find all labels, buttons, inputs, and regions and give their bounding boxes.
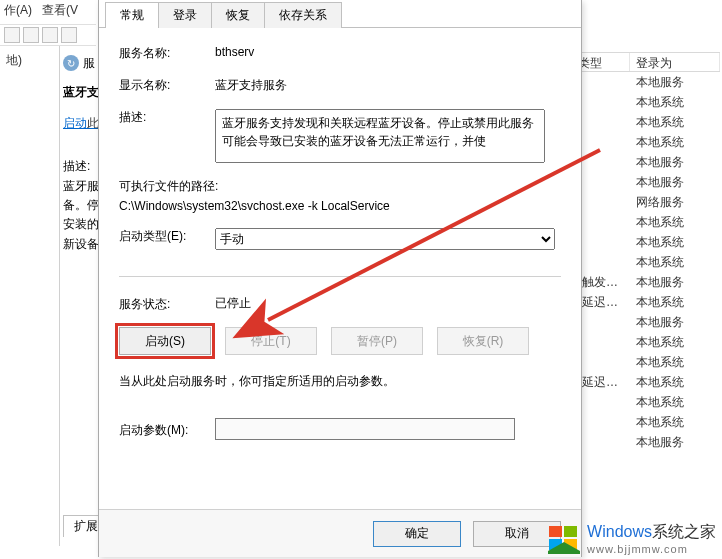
toolbar-icon[interactable] [23, 27, 39, 43]
list-header: 动类型 登录为 [560, 52, 720, 72]
cell-logonas: 本地服务 [630, 274, 720, 291]
dialog-button-bar: 确定 取消 [99, 509, 581, 557]
tree-node[interactable]: 地) [0, 50, 59, 71]
table-row[interactable]: 动本地系统 [560, 352, 720, 372]
cell-logonas: 本地系统 [630, 134, 720, 151]
main-toolbar [0, 24, 96, 46]
table-row[interactable]: 动(延迟…本地系统 [560, 372, 720, 392]
dialog-body: 服务名称: bthserv 显示名称: 蓝牙支持服务 描述: 蓝牙服务支持发现和… [99, 28, 581, 509]
cell-logonas: 本地服务 [630, 174, 720, 191]
table-row[interactable]: 动本地系统 [560, 412, 720, 432]
table-row[interactable]: 动(触发…本地服务 [560, 272, 720, 292]
svg-rect-2 [564, 526, 577, 537]
cell-logonas: 本地系统 [630, 94, 720, 111]
cell-logonas: 本地系统 [630, 414, 720, 431]
svg-rect-1 [549, 526, 562, 537]
stop-button: 停止(T) [225, 327, 317, 355]
watermark-url: www.bjjmmw.com [587, 543, 716, 555]
cell-logonas: 本地系统 [630, 294, 720, 311]
cell-logonas: 网络服务 [630, 194, 720, 211]
cell-logonas: 本地服务 [630, 314, 720, 331]
tab-logon[interactable]: 登录 [158, 2, 212, 28]
table-row[interactable]: 动本地系统 [560, 332, 720, 352]
cell-logonas: 本地系统 [630, 354, 720, 371]
table-row[interactable]: 动本地系统 [560, 392, 720, 412]
cell-logonas: 本地系统 [630, 234, 720, 251]
cell-logonas: 本地服务 [630, 154, 720, 171]
watermark-brand-b: 系统之家 [652, 523, 716, 540]
dialog-tabstrip: 常规 登录 恢复 依存关系 [99, 0, 581, 28]
cell-logonas: 本地系统 [630, 394, 720, 411]
label-service-status: 服务状态: [119, 293, 215, 313]
label-exe-path: 可执行文件的路径: [119, 178, 561, 195]
divider [119, 276, 561, 277]
col-logonas[interactable]: 登录为 [630, 53, 720, 71]
tree-pane: 地) [0, 46, 60, 546]
cell-logonas: 本地系统 [630, 214, 720, 231]
tab-recovery[interactable]: 恢复 [211, 2, 265, 28]
toolbar-icon[interactable] [61, 27, 77, 43]
label-display-name: 显示名称: [119, 74, 215, 94]
cell-logonas: 本地系统 [630, 114, 720, 131]
cell-logonas: 本地服务 [630, 74, 720, 91]
table-row[interactable]: 动本地服务 [560, 432, 720, 452]
watermark-brand-a: Windows [587, 523, 652, 540]
menu-view[interactable]: 查看(V [42, 2, 78, 19]
table-row[interactable]: 动网络服务 [560, 192, 720, 212]
start-params-input [215, 418, 515, 440]
value-service-status: 已停止 [215, 295, 251, 312]
panel-hdr-text: 服 [83, 55, 95, 72]
table-row[interactable]: 动本地服务 [560, 172, 720, 192]
label-startup-type: 启动类型(E): [119, 225, 215, 245]
table-row[interactable]: 动(延迟…本地系统 [560, 292, 720, 312]
cell-logonas: 本地系统 [630, 254, 720, 271]
label-service-name: 服务名称: [119, 42, 215, 62]
service-list[interactable]: 动类型 登录为 动本地服务动本地系统动本地系统动本地系统动本地服务动本地服务动网… [560, 52, 720, 522]
table-row[interactable]: 动本地服务 [560, 72, 720, 92]
cell-logonas: 本地服务 [630, 434, 720, 451]
table-row[interactable]: 动本地服务 [560, 312, 720, 332]
table-row[interactable]: 动本地系统 [560, 212, 720, 232]
tab-general[interactable]: 常规 [105, 2, 159, 28]
label-start-params: 启动参数(M): [119, 419, 215, 439]
value-service-name: bthserv [215, 42, 561, 59]
start-button[interactable]: 启动(S) [119, 327, 211, 355]
startup-type-select[interactable]: 手动 [215, 228, 555, 250]
cell-logonas: 本地系统 [630, 374, 720, 391]
service-properties-dialog: 常规 登录 恢复 依存关系 服务名称: bthserv 显示名称: 蓝牙支持服务… [98, 0, 582, 557]
value-display-name: 蓝牙支持服务 [215, 74, 561, 94]
watermark: Windows系统之家 www.bjjmmw.com [547, 522, 716, 555]
table-row[interactable]: 动本地系统 [560, 92, 720, 112]
resume-button: 恢复(R) [437, 327, 529, 355]
toolbar-icon[interactable] [4, 27, 20, 43]
table-row[interactable]: 动本地系统 [560, 252, 720, 272]
description-textarea[interactable]: 蓝牙服务支持发现和关联远程蓝牙设备。停止或禁用此服务可能会导致已安装的蓝牙设备无… [215, 109, 545, 163]
table-row[interactable]: 动本地系统 [560, 132, 720, 152]
tab-dependencies[interactable]: 依存关系 [264, 2, 342, 28]
table-row[interactable]: 动本地系统 [560, 112, 720, 132]
menu-action[interactable]: 作(A) [4, 2, 32, 19]
pause-button: 暂停(P) [331, 327, 423, 355]
toolbar-icon[interactable] [42, 27, 58, 43]
main-menubar: 作(A) 查看(V [0, 0, 78, 20]
watermark-logo-icon [547, 524, 581, 554]
cell-logonas: 本地系统 [630, 334, 720, 351]
start-params-hint: 当从此处启动服务时，你可指定所适用的启动参数。 [119, 373, 561, 390]
ok-button[interactable]: 确定 [373, 521, 461, 547]
value-exe-path: C:\Windows\system32\svchost.exe -k Local… [119, 199, 561, 213]
table-row[interactable]: 动本地服务 [560, 152, 720, 172]
label-description: 描述: [119, 106, 215, 126]
table-row[interactable]: 动本地系统 [560, 232, 720, 252]
service-control-buttons: 启动(S) 停止(T) 暂停(P) 恢复(R) [119, 327, 561, 355]
panel-icon: ↻ [63, 55, 79, 71]
